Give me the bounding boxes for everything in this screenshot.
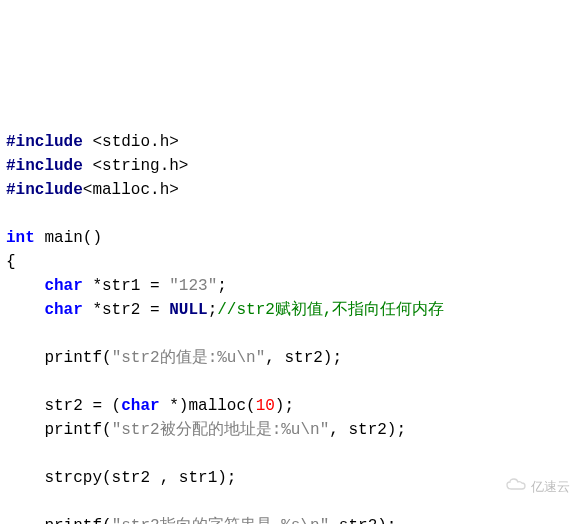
watermark: 亿速云	[491, 458, 570, 517]
assign-str2: str2 = (	[44, 397, 121, 415]
header-string: <string.h>	[92, 157, 188, 175]
comment-init: //str2赋初值,不指向任何内存	[217, 301, 444, 319]
args: , str2);	[265, 349, 342, 367]
code-block: #include <stdio.h> #include <string.h> #…	[6, 106, 574, 524]
keyword-include: #include	[6, 181, 83, 199]
cast-malloc: *)malloc(	[160, 397, 256, 415]
args: ,str2);	[329, 517, 396, 524]
number-literal: 10	[256, 397, 275, 415]
call-printf: printf(	[44, 517, 111, 524]
keyword-int: int	[6, 229, 35, 247]
string-literal: "123"	[169, 277, 217, 295]
cloud-icon	[491, 458, 527, 517]
header-stdio: <stdio.h>	[92, 133, 178, 151]
keyword-char: char	[44, 301, 82, 319]
header-malloc: <malloc.h>	[83, 181, 179, 199]
string-literal: "str2的值是:%u\n"	[112, 349, 266, 367]
watermark-text: 亿速云	[531, 477, 570, 497]
semicolon: ;	[208, 301, 218, 319]
semicolon: ;	[217, 277, 227, 295]
keyword-include: #include	[6, 157, 83, 175]
keyword-char: char	[44, 277, 82, 295]
string-literal: "str2被分配的地址是:%u\n"	[112, 421, 330, 439]
string-literal: "str2指向的字符串是 %s\n"	[112, 517, 330, 524]
call-printf: printf(	[44, 421, 111, 439]
call-printf: printf(	[44, 349, 111, 367]
keyword-char: char	[121, 397, 159, 415]
keyword-null: NULL	[169, 301, 207, 319]
fn-main: main()	[44, 229, 102, 247]
keyword-include: #include	[6, 133, 83, 151]
close-malloc: );	[275, 397, 294, 415]
args: , str2);	[329, 421, 406, 439]
brace-open: {	[6, 253, 16, 271]
decl-str1: *str1 =	[83, 277, 169, 295]
call-strcpy: strcpy(str2 , str1);	[44, 469, 236, 487]
decl-str2: *str2 =	[83, 301, 169, 319]
